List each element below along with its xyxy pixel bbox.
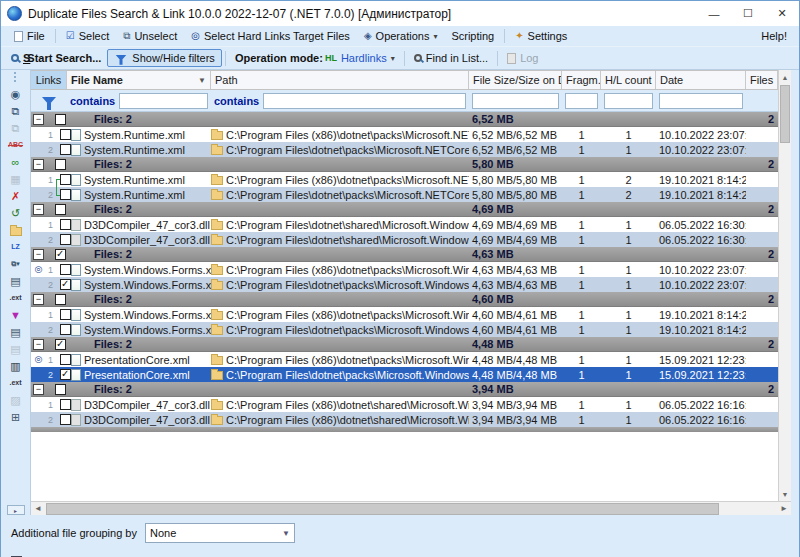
row-checkbox[interactable] (60, 264, 71, 275)
copy-selection-icon[interactable]: ⧉ (6, 103, 26, 119)
toolbar-grip[interactable] (14, 72, 18, 82)
collapse-icon[interactable]: − (33, 114, 44, 125)
table-row[interactable]: ◎1System.Windows.Forms.xmlC:\Program Fil… (31, 262, 778, 277)
group-header-row[interactable]: −Files: 24,69 MB2 (31, 202, 778, 217)
scroll-down-icon[interactable]: ▼ (779, 487, 791, 501)
maximize-button[interactable]: ☐ (731, 1, 765, 26)
collapse-icon[interactable]: − (33, 249, 44, 260)
scroll-up-icon[interactable]: ▲ (779, 70, 791, 84)
menu-operations[interactable]: ◈ Operations ▾ (357, 28, 445, 44)
row-checkbox[interactable] (60, 234, 71, 245)
menu-settings[interactable]: ✦ Settings (508, 28, 574, 44)
lz-compress-icon[interactable]: LZ (6, 239, 26, 255)
scroll-right-icon[interactable]: ► (777, 502, 791, 516)
table-row[interactable]: 2System.Runtime.xmlC:\Program Files\dotn… (31, 142, 778, 157)
row-checkbox[interactable] (60, 279, 71, 290)
group-checkbox[interactable] (55, 204, 66, 215)
group-checkbox[interactable] (55, 294, 66, 305)
operation-mode-dropdown[interactable]: HL Hardlinks ▾ (325, 50, 401, 66)
column-header-fragm[interactable]: Fragm. (562, 71, 601, 89)
list-copy-icon[interactable]: ▤ (6, 324, 26, 340)
column-header-date[interactable]: Date (656, 71, 746, 89)
menu-select-hardlink-targets[interactable]: ◎ Select Hard Links Target Files (184, 28, 357, 44)
group-header-row[interactable]: −Files: 24,48 MB2 (31, 337, 778, 352)
table-row[interactable]: 1System.Windows.Forms.xmlC:\Program File… (31, 307, 778, 322)
group-header-row[interactable]: −Files: 24,63 MB2 (31, 247, 778, 262)
horizontal-scroll-thumb[interactable] (46, 503, 719, 515)
column-header-size[interactable]: File Size/Size on Disk (469, 71, 562, 89)
copy-disabled-icon[interactable]: ⧉ (6, 120, 26, 136)
links-disabled-icon[interactable]: ▦ (6, 171, 26, 187)
row-checkbox[interactable] (60, 309, 71, 320)
collapse-icon[interactable]: − (33, 384, 44, 395)
compare-disabled-icon[interactable]: ▨ (6, 392, 26, 408)
menu-file[interactable]: File (7, 28, 52, 44)
column-header-name[interactable]: File Name▼ (67, 71, 211, 89)
group-checkbox[interactable] (55, 384, 66, 395)
menu-help[interactable]: Help! (755, 28, 793, 44)
list-dark-icon[interactable]: ▥ (6, 358, 26, 374)
vertical-scroll-thumb[interactable] (780, 85, 790, 143)
delete-x-icon[interactable]: ✗ (6, 188, 26, 204)
row-checkbox[interactable] (60, 414, 71, 425)
row-checkbox[interactable] (60, 129, 71, 140)
group-header-row[interactable]: −Files: 25,80 MB2 (31, 157, 778, 172)
create-hardlinks-icon[interactable]: ∞ (6, 154, 26, 170)
list-disabled-icon[interactable]: ▤ (6, 341, 26, 357)
row-checkbox[interactable] (60, 369, 71, 380)
group-header-row[interactable]: −Files: 24,60 MB2 (31, 292, 778, 307)
filter-input-fragm[interactable] (565, 93, 598, 109)
row-checkbox[interactable] (60, 174, 71, 185)
row-checkbox[interactable] (60, 144, 71, 155)
group-checkbox[interactable] (55, 339, 66, 350)
start-search-button[interactable]: S Start Search... (5, 50, 107, 66)
filter-funnel-icon[interactable] (42, 97, 56, 105)
table-row[interactable]: 2System.Runtime.xmlC:\Program Files\dotn… (31, 187, 778, 202)
filter-input-path[interactable] (263, 93, 466, 109)
color-filter-icon[interactable]: ▼ (6, 307, 26, 323)
scroll-left-icon[interactable]: ◄ (31, 502, 45, 516)
collapse-icon[interactable]: − (33, 159, 44, 170)
grouping-select[interactable]: None ▼ (145, 523, 295, 543)
table-row[interactable]: 2D3DCompiler_47_cor3.dllC:\Program Files… (31, 412, 778, 427)
find-in-list-button[interactable]: Find in List... (408, 50, 494, 66)
row-checkbox[interactable] (60, 189, 71, 200)
row-checkbox[interactable] (60, 324, 71, 335)
collapse-icon[interactable]: − (33, 204, 44, 215)
group-header-row[interactable]: −Files: 26,52 MB2 (31, 112, 778, 127)
filter-input-name[interactable] (119, 93, 208, 109)
table-row[interactable]: 1D3DCompiler_47_cor3.dllC:\Program Files… (31, 397, 778, 412)
vertical-scrollbar[interactable]: ▲ ▼ (778, 70, 791, 501)
column-header-links[interactable]: Links (31, 71, 67, 89)
filter-input-hl[interactable] (604, 93, 653, 109)
row-checkbox[interactable] (60, 354, 71, 365)
horizontal-scrollbar[interactable]: ◄ ► (31, 501, 791, 515)
table-row[interactable]: 2PresentationCore.xmlC:\Program Files\do… (31, 367, 778, 382)
table-row[interactable]: 2D3DCompiler_47_cor3.dllC:\Program Files… (31, 232, 778, 247)
group-checkbox[interactable] (55, 114, 66, 125)
table-row[interactable]: 2System.Windows.Forms.xmlC:\Program File… (31, 322, 778, 337)
minimize-button[interactable]: — (697, 1, 731, 26)
pages-menu-icon[interactable]: ⧉▾ (6, 256, 26, 272)
column-header-hl[interactable]: H/L count (601, 71, 656, 89)
abc-strike-icon[interactable]: ABC (6, 137, 26, 153)
grid-swap-icon[interactable]: ⊞ (6, 409, 26, 425)
move-to-folder-icon[interactable] (6, 222, 26, 238)
table-row[interactable]: ◎1PresentationCore.xmlC:\Program Files (… (31, 352, 778, 367)
row-checkbox[interactable] (60, 399, 71, 410)
list-export-icon[interactable]: ▤ (6, 273, 26, 289)
ext-select-icon[interactable]: .ext (6, 290, 26, 306)
menu-scripting[interactable]: Scripting (444, 28, 501, 44)
recycle-bin-icon[interactable]: ↺ (6, 205, 26, 221)
column-header-path[interactable]: Path (211, 71, 469, 89)
filter-input-size[interactable] (472, 93, 559, 109)
group-checkbox[interactable] (55, 249, 66, 260)
table-row[interactable]: 1System.Runtime.xmlC:\Program Files (x86… (31, 127, 778, 142)
group-checkbox[interactable] (55, 159, 66, 170)
group-header-row[interactable]: −Files: 23,94 MB2 (31, 382, 778, 397)
filter-input-date[interactable] (659, 93, 743, 109)
column-header-files[interactable]: Files (746, 71, 778, 89)
log-button[interactable]: Log (501, 50, 544, 66)
sidebar-collapse-button[interactable]: ▸ (7, 505, 25, 515)
table-row[interactable]: 1System.Runtime.xmlC:\Program Files (x86… (31, 172, 778, 187)
